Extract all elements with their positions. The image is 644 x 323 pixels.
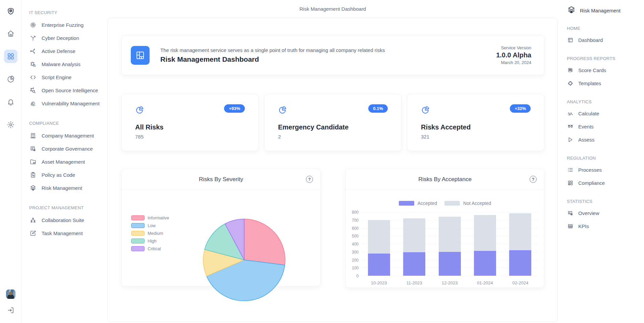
hero-description: The risk management service serves as a … — [160, 47, 385, 53]
legend-label: Low — [148, 223, 156, 228]
legend-swatch — [444, 201, 460, 206]
branch-icon — [29, 35, 37, 42]
rightnav-item-compliance[interactable]: Compliance — [567, 176, 644, 190]
rightnav-item-calculate[interactable]: Calculate — [567, 107, 644, 120]
left-sidebar: IT SECURITYEnterprise FuzzingCyber Decep… — [22, 0, 107, 323]
bar-02-2024[interactable] — [509, 213, 531, 276]
sidebar-item-malware-analysis[interactable]: Malware Analysis — [29, 58, 104, 71]
bar-segment-not-accepted — [509, 213, 531, 250]
acceptance-bar-chart: 0100200300400500600700800 — [361, 212, 538, 276]
x-axis-label: 11-2023 — [396, 280, 432, 285]
x-axis-label: 01-2024 — [467, 280, 502, 285]
bar-01-2024[interactable] — [474, 215, 496, 276]
folder-icon — [29, 158, 37, 166]
bar-10-2023[interactable] — [368, 220, 390, 276]
home-icon[interactable] — [4, 27, 17, 40]
sidebar-item-label: Cyber Deception — [42, 35, 79, 41]
rightnav-item-events[interactable]: Events — [567, 120, 644, 133]
edit-square-icon — [29, 230, 37, 237]
service-version-value: 1.0.0 Alpha — [496, 51, 531, 59]
network-search-icon — [29, 87, 37, 94]
y-axis-tick: 500 — [346, 234, 359, 238]
rightnav-section-label: HOME — [567, 26, 644, 31]
pie-slice-informative[interactable] — [244, 219, 285, 265]
bar-legend-item-not-accepted[interactable]: Not Accepted — [444, 201, 491, 206]
bar-12-2023[interactable] — [439, 217, 461, 276]
gear-icon[interactable] — [4, 118, 17, 131]
rightnav-item-label: Compliance — [578, 180, 605, 186]
sidebar-item-collaboration-suite[interactable]: Collaboration Suite — [29, 214, 104, 227]
pie-legend-item-critical[interactable]: Critical — [131, 246, 169, 251]
legend-swatch — [131, 215, 145, 220]
stat-title: Risks Accepted — [421, 123, 531, 131]
help-icon[interactable]: ? — [530, 176, 537, 183]
grid-icon[interactable] — [4, 50, 17, 63]
people-icon — [29, 217, 37, 224]
sign-out-icon[interactable] — [4, 304, 17, 317]
rightnav-item-kpis[interactable]: KPIs — [567, 220, 644, 233]
pie-legend-item-informative[interactable]: Informative — [131, 215, 169, 220]
rightnav-item-overview[interactable]: Overview — [567, 207, 644, 220]
sidebar-item-label: Vulnerability Management — [42, 101, 100, 106]
rightnav-item-assess[interactable]: Assess — [567, 133, 644, 146]
bar-segment-accepted — [474, 251, 496, 276]
service-version-label: Service Version — [496, 45, 531, 50]
user-avatar[interactable] — [6, 289, 15, 299]
stat-badge: +93% — [224, 104, 245, 113]
pie-legend-item-low[interactable]: Low — [131, 223, 169, 228]
rightnav-item-processes[interactable]: Processes — [567, 163, 644, 176]
rightnav-item-templates[interactable]: Templates — [567, 77, 644, 90]
bar-legend-item-accepted[interactable]: Accepted — [399, 201, 437, 206]
bar-11-2023[interactable] — [403, 218, 425, 276]
sidebar-item-policy-as-code[interactable]: Policy as Code — [29, 168, 104, 181]
sidebar-item-label: Open Source Intelligence — [42, 88, 98, 93]
legend-swatch — [131, 223, 145, 228]
bell-icon[interactable] — [4, 95, 17, 109]
sidebar-item-company-management[interactable]: Company Management — [29, 129, 104, 142]
sidebar-item-label: Script Engine — [42, 74, 71, 80]
rightnav-item-label: Templates — [578, 80, 601, 86]
stat-value: 2 — [278, 134, 388, 140]
sidebar-item-open-source-intelligence[interactable]: Open Source Intelligence — [29, 84, 104, 97]
legend-label: Informative — [148, 215, 169, 220]
icon-rail — [0, 0, 21, 323]
sidebar-item-cyber-deception[interactable]: Cyber Deception — [29, 32, 104, 45]
sidebar-item-task-management[interactable]: Task Management — [29, 227, 104, 240]
stamp-icon — [567, 80, 574, 87]
rightnav-section-label: STATISTICS — [567, 199, 644, 204]
rightnav-item-dashboard[interactable]: Dashboard — [567, 34, 644, 47]
legend-swatch — [131, 246, 145, 251]
help-icon[interactable]: ? — [306, 176, 313, 183]
sidebar-item-risk-management[interactable]: Risk Management — [29, 181, 104, 195]
rightnav-section-label: ANALYTICS — [567, 99, 644, 104]
stat-title: All Risks — [135, 123, 245, 131]
sidebar-item-label: Active Defense — [42, 48, 75, 54]
sidebar-item-script-engine[interactable]: Script Engine — [29, 71, 104, 84]
sidebar-item-label: Malware Analysis — [42, 61, 80, 67]
rightnav-item-label: Processes — [578, 167, 602, 173]
pie-legend-item-high[interactable]: High — [131, 238, 169, 244]
y-axis-tick: 400 — [346, 242, 359, 247]
stat-card-emergency-candidate: 0.1%Emergency Candidate2 — [264, 94, 401, 151]
sidebar-section-label: COMPLIANCE — [29, 121, 104, 126]
pie-legend-item-medium[interactable]: Medium — [131, 231, 169, 236]
building-icon — [29, 132, 37, 140]
bar-segment-not-accepted — [474, 215, 496, 251]
sidebar-item-asset-management[interactable]: Asset Management — [29, 155, 104, 168]
sidebar-item-label: Collaboration Suite — [42, 217, 84, 223]
clipboard-icon — [29, 171, 37, 179]
sidebar-item-active-defense[interactable]: Active Defense — [29, 45, 104, 58]
rightnav-section-label: PROGRESS REPORTS — [567, 56, 644, 61]
y-axis-tick: 800 — [346, 210, 359, 215]
sidebar-item-vulnerability-management[interactable]: Vulnerability Management — [29, 97, 104, 110]
x-axis-label: 02-2024 — [503, 280, 538, 285]
sidebar-item-enterprise-fuzzing[interactable]: Enterprise Fuzzing — [29, 18, 104, 32]
sidebar-item-corporate-governance[interactable]: Corporate Governance — [29, 142, 104, 155]
legend-label: High — [148, 238, 157, 244]
shield-logo-icon[interactable] — [4, 5, 17, 18]
rightnav-item-score-cards[interactable]: Score Cards — [567, 64, 644, 77]
board-chart-icon — [567, 210, 574, 217]
pie-chart-icon[interactable] — [4, 72, 17, 86]
stat-cards-row: +93%All Risks7850.1%Emergency Candidate2… — [121, 94, 544, 151]
legend-label: Accepted — [418, 201, 437, 206]
